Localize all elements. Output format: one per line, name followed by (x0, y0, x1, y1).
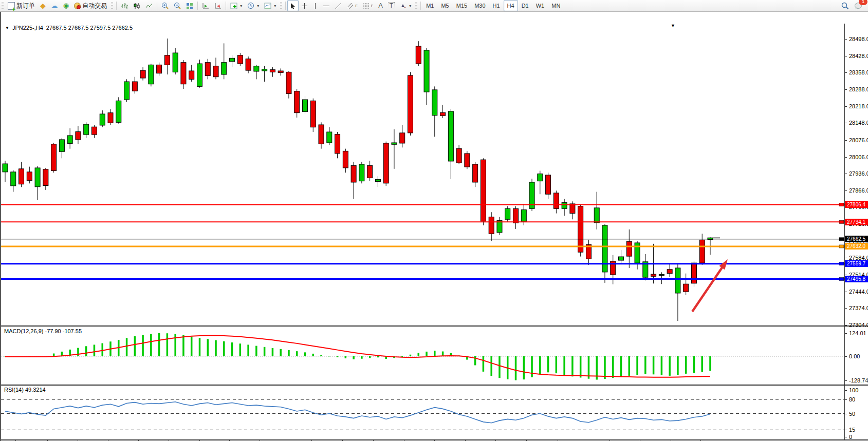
candle-body (351, 165, 356, 182)
tick-mark (844, 437, 847, 437)
timeframe-M1[interactable]: M1 (422, 0, 437, 11)
line-chart-button[interactable] (143, 0, 155, 11)
macd-histogram-bar (612, 356, 614, 378)
search-button[interactable] (839, 0, 852, 11)
zoom-out-button[interactable] (171, 0, 183, 11)
tick-label: 28358.0 (849, 69, 868, 75)
styler-button[interactable]: ◆ (38, 0, 48, 11)
one-click-trading-toggle-icon[interactable]: ▼ (5, 26, 9, 30)
equidistant-channel-tool-button[interactable]: E (344, 0, 360, 11)
fibonacci-tool-button[interactable]: F (360, 0, 376, 11)
candle-body (262, 69, 267, 71)
tick-mark (844, 333, 847, 334)
candle-body (513, 208, 519, 223)
chart-shift-button[interactable] (212, 0, 224, 11)
trendline-tool-button[interactable] (333, 0, 344, 11)
arrows-menu-button[interactable] (397, 0, 414, 11)
crosshair-icon (301, 3, 308, 9)
level-line-anchor[interactable] (839, 278, 844, 281)
macd-panel[interactable] (1, 327, 844, 384)
autotrading-button[interactable]: 自动交易 (71, 0, 109, 11)
candle-body (108, 113, 113, 123)
timeframe-MN[interactable]: MN (548, 0, 564, 11)
level-line-anchor[interactable] (839, 220, 844, 223)
price-chart-panel[interactable] (1, 24, 844, 325)
candle-body (310, 101, 316, 127)
candle-body (140, 70, 145, 78)
search-icon (841, 2, 849, 10)
bar-chart-button[interactable] (118, 0, 131, 11)
tick-label: 28288.0 (849, 86, 868, 92)
macd-histogram-bar (223, 341, 225, 356)
market-depth-button[interactable]: ☁ (48, 0, 61, 11)
auto-scroll-button[interactable] (199, 0, 212, 11)
horizontal-line-tool-button[interactable] (320, 0, 333, 11)
candle-body (11, 172, 16, 186)
level-line-anchor[interactable] (839, 262, 844, 265)
candle-body (197, 64, 202, 86)
candle-body (602, 225, 607, 272)
candlestick-chart-button[interactable] (131, 0, 143, 11)
timeframe-M5[interactable]: M5 (437, 0, 452, 11)
signals-button[interactable]: ◉ (61, 0, 71, 11)
timeframe-M30[interactable]: M30 (471, 0, 489, 11)
rsi-label: RSI(14) 49.3214 (4, 387, 46, 393)
tick-mark (844, 430, 847, 430)
price-axis[interactable]: 28498.028428.028358.028288.028218.028148… (844, 24, 868, 440)
periods-menu-button[interactable] (245, 0, 262, 11)
annotation-arrow[interactable] (692, 266, 723, 312)
tick-label: 28428.0 (849, 53, 868, 59)
price-tag: 27662.5 (845, 236, 868, 242)
indicators-menu-button[interactable] (228, 0, 245, 11)
text-label-tool-button[interactable]: T (385, 0, 397, 11)
panel-separator[interactable] (1, 325, 868, 327)
tick-mark (844, 380, 847, 381)
cursor-icon (290, 3, 296, 9)
macd-histogram-bar (547, 356, 549, 372)
tick-label: 28006.0 (849, 154, 868, 160)
cursor-tool-button[interactable] (287, 0, 299, 11)
chart-corner-marker-icon[interactable]: ▼ (671, 23, 675, 28)
tile-windows-button[interactable] (183, 0, 196, 11)
timeframe-H1[interactable]: H1 (489, 0, 504, 11)
candle-body (699, 240, 705, 263)
timeframe-H4[interactable]: H4 (504, 0, 518, 11)
rsi-panel[interactable] (1, 386, 844, 439)
text-tool-button[interactable]: A (376, 0, 385, 11)
crosshair-tool-button[interactable] (299, 0, 310, 11)
macd-histogram-bar (361, 356, 363, 359)
candle-body (59, 140, 64, 151)
timeframe-D1[interactable]: D1 (518, 0, 532, 11)
candle-body (465, 154, 470, 167)
autotrading-label: 自动交易 (82, 2, 107, 10)
vertical-line-tool-button[interactable] (310, 0, 320, 11)
macd-histogram-bar (142, 335, 144, 356)
price-tag: 27559.7 (845, 260, 868, 267)
macd-histogram-bar (191, 336, 193, 356)
tick-mark (844, 356, 847, 357)
candle-body (157, 65, 162, 73)
macd-histogram-bar (85, 346, 87, 356)
macd-histogram-bar (523, 356, 525, 379)
templates-menu-button[interactable] (262, 0, 279, 11)
new-order-button[interactable]: ＋ 新订单 (5, 0, 38, 11)
candle-body (335, 135, 340, 154)
candle-body (440, 112, 446, 116)
candle-body (189, 71, 194, 79)
zoom-in-button[interactable] (159, 0, 171, 11)
timeframe-W1[interactable]: W1 (532, 0, 548, 11)
candle-body (408, 75, 413, 133)
level-line-anchor[interactable] (839, 245, 844, 248)
candle-body (424, 50, 429, 92)
fibonacci-sub-label: F (371, 4, 373, 8)
level-line-anchor[interactable] (839, 238, 844, 241)
autotrading-icon (74, 3, 81, 9)
macd-histogram-bar (53, 354, 55, 356)
macd-histogram-bar (345, 356, 347, 358)
notifications-button[interactable]: 1 (852, 0, 865, 11)
level-line-anchor[interactable] (839, 203, 844, 206)
tick-label: 50 (849, 411, 855, 417)
chart-ohlc-values: 27667.5 27667.5 27597.5 27662.5 (46, 25, 133, 31)
panel-separator[interactable] (1, 385, 868, 386)
timeframe-M15[interactable]: M15 (453, 0, 471, 11)
